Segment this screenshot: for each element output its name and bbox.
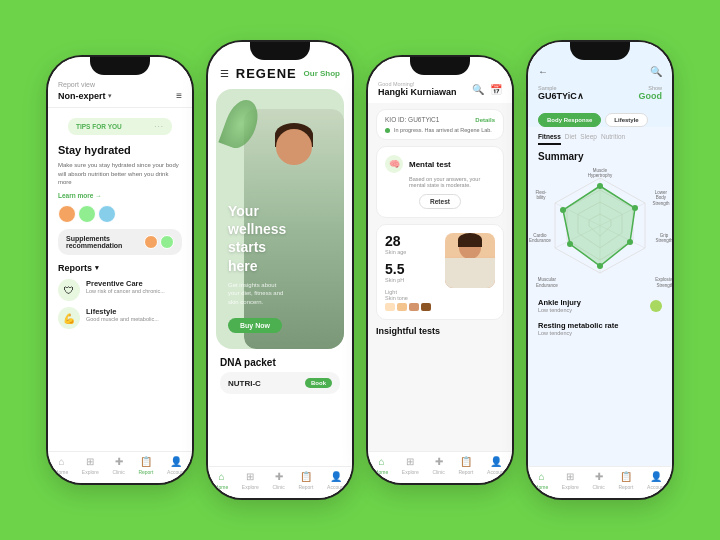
- p2-nav-home[interactable]: ⌂ Home: [215, 471, 228, 490]
- skin-ph-value: 5.5: [385, 261, 431, 277]
- nav-clinic[interactable]: ✚ Clinic: [112, 456, 124, 475]
- regene-logo: REGENE: [236, 66, 297, 81]
- p4-account-label: Account: [647, 484, 665, 490]
- mental-header: 🧠 Mental test: [385, 155, 495, 173]
- phone-2-bottom-nav: ⌂ Home ⊞ Explore ✚ Clinic 📋 Report 👤: [208, 466, 352, 498]
- mental-test-card: 🧠 Mental test Based on your answers, you…: [376, 146, 504, 218]
- ankle-injury-sub: Low tendency: [538, 307, 581, 313]
- learn-more-link[interactable]: Learn more →: [58, 192, 182, 199]
- radar-label-bottomright: ExplosiveStrength: [649, 277, 672, 288]
- p3-clinic-label: Clinic: [432, 469, 444, 475]
- diet-tab[interactable]: Diet: [565, 133, 577, 145]
- sleep-tab[interactable]: Sleep: [580, 133, 597, 145]
- phone-1-body: Stay hydrated Make sure you stay hydrate…: [48, 135, 192, 451]
- p2-hamburger-icon[interactable]: ☰: [220, 68, 229, 79]
- svg-point-11: [597, 263, 603, 269]
- svg-point-9: [632, 205, 638, 211]
- tone-1: [385, 303, 395, 311]
- segment-tabs: Fitness Diet Sleep Nutrition: [528, 127, 672, 145]
- phone-4-notch: [570, 42, 630, 60]
- search-icon[interactable]: 🔍: [472, 84, 484, 95]
- phone-4-screen: ← 🔍 Sample GU6TYiC∧ Show Good Body Respo…: [528, 42, 672, 498]
- phone-3: Good Morning! Hangki Kurniawan 🔍 📅 KIO I…: [366, 55, 514, 485]
- p4-nav-report[interactable]: 📋 Report: [618, 471, 633, 490]
- details-link[interactable]: Details: [475, 117, 495, 123]
- tone-2: [397, 303, 407, 311]
- p2-nav-account[interactable]: 👤 Account: [327, 471, 345, 490]
- portrait-body: [445, 258, 495, 288]
- p4-report-icon: 📋: [620, 471, 632, 482]
- retest-button[interactable]: Retest: [419, 194, 461, 209]
- p3-report-icon: 📋: [460, 456, 472, 467]
- radar-chart-container: MuscleHypertrophy Flexi-bility LowerBody…: [538, 168, 662, 288]
- back-button[interactable]: ←: [538, 66, 548, 77]
- nutric-row[interactable]: NUTRI-C Book: [220, 372, 340, 394]
- phone-3-notch: [410, 57, 470, 75]
- hero-overlay: Your wellness starts here Get insights a…: [228, 202, 284, 333]
- fitness-tab[interactable]: Fitness: [538, 133, 561, 145]
- p4-nav-home[interactable]: ⌂ Home: [535, 471, 548, 490]
- p3-nav-explore[interactable]: ⊞ Explore: [402, 456, 419, 475]
- svg-point-10: [627, 239, 633, 245]
- report-info-1: Preventive Care Low risk of cancer and c…: [86, 279, 165, 294]
- person-head: [276, 129, 312, 165]
- hero-title: Your wellness starts here: [228, 202, 284, 275]
- phone-1-notch: [90, 57, 150, 75]
- p3-account-label: Account: [487, 469, 505, 475]
- p4-report-label: Report: [618, 484, 633, 490]
- avatar-1: [58, 205, 76, 223]
- avatars-row: [58, 205, 182, 223]
- reports-chevron: ▾: [95, 264, 99, 272]
- reports-section: Reports ▾ 🛡 Preventive Care Low risk of …: [58, 263, 182, 329]
- skin-portrait: [445, 233, 495, 288]
- report-item-1[interactable]: 🛡 Preventive Care Low risk of cancer and…: [58, 279, 182, 301]
- radar-label-middleleft: CardioEndurance: [528, 233, 555, 244]
- p2-nav-report[interactable]: 📋 Report: [298, 471, 313, 490]
- home-icon: ⌂: [58, 456, 64, 467]
- phones-container: Report view Non-expert ▾ ≡ TIPS FOR YOU …: [26, 20, 694, 520]
- body-response-tab[interactable]: Body Response: [538, 113, 601, 127]
- explore-icon: ⊞: [86, 456, 94, 467]
- buy-now-button[interactable]: Buy Now: [228, 318, 282, 333]
- p4-nav-clinic[interactable]: ✚ Clinic: [592, 471, 604, 490]
- p3-home-label: Home: [375, 469, 388, 475]
- radar-label-top: MuscleHypertrophy: [580, 168, 620, 179]
- p4-search-icon[interactable]: 🔍: [650, 66, 662, 77]
- nutric-name: NUTRI-C: [228, 379, 261, 388]
- p2-nav-clinic[interactable]: ✚ Clinic: [272, 471, 284, 490]
- nutrition-tab[interactable]: Nutrition: [601, 133, 625, 145]
- p3-nav-report[interactable]: 📋 Report: [458, 456, 473, 475]
- p4-nav-explore[interactable]: ⊞ Explore: [562, 471, 579, 490]
- nav-report[interactable]: 📋 Report: [138, 456, 153, 475]
- p3-explore-icon: ⊞: [406, 456, 414, 467]
- tips-label: TIPS FOR YOU: [76, 123, 122, 130]
- phone-3-bottom-nav: ⌂ Home ⊞ Explore ✚ Clinic 📋 Report 👤: [368, 451, 512, 483]
- nav-explore[interactable]: ⊞ Explore: [82, 456, 99, 475]
- our-shop-link[interactable]: Our Shop: [304, 69, 340, 78]
- status-text: In progress. Has arrived at Regene Lab.: [394, 127, 492, 133]
- p3-nav-account[interactable]: 👤 Account: [487, 456, 505, 475]
- response-tabs: Body Response Lifestyle: [528, 107, 672, 127]
- nutric-badge[interactable]: Book: [305, 378, 332, 388]
- report-item-2[interactable]: 💪 Lifestyle Good muscle and metabolic...: [58, 307, 182, 329]
- p4-explore-icon: ⊞: [566, 471, 574, 482]
- resting-metabolic-section: Resting metabolic rate Low tendency: [528, 321, 672, 336]
- nav-account[interactable]: 👤 Account: [167, 456, 185, 475]
- ankle-injury-name: Ankle Injury: [538, 298, 581, 307]
- nav-home[interactable]: ⌂ Home: [55, 456, 68, 475]
- lifestyle-tab[interactable]: Lifestyle: [605, 113, 647, 127]
- skin-ph-label: Skin pH: [385, 277, 431, 283]
- hamburger-icon[interactable]: ≡: [176, 90, 182, 101]
- skin-tone-label: Skin tone: [385, 295, 431, 301]
- tone-4: [421, 303, 431, 311]
- summary-title: Summary: [538, 151, 662, 162]
- tips-badge: TIPS FOR YOU ···: [68, 118, 172, 135]
- p3-explore-label: Explore: [402, 469, 419, 475]
- hero-banner: Your wellness starts here Get insights a…: [216, 89, 344, 349]
- p2-clinic-label: Clinic: [272, 484, 284, 490]
- p4-nav-account[interactable]: 👤 Account: [647, 471, 665, 490]
- calendar-icon[interactable]: 📅: [490, 84, 502, 95]
- p3-nav-clinic[interactable]: ✚ Clinic: [432, 456, 444, 475]
- p2-nav-explore[interactable]: ⊞ Explore: [242, 471, 259, 490]
- p3-nav-home[interactable]: ⌂ Home: [375, 456, 388, 475]
